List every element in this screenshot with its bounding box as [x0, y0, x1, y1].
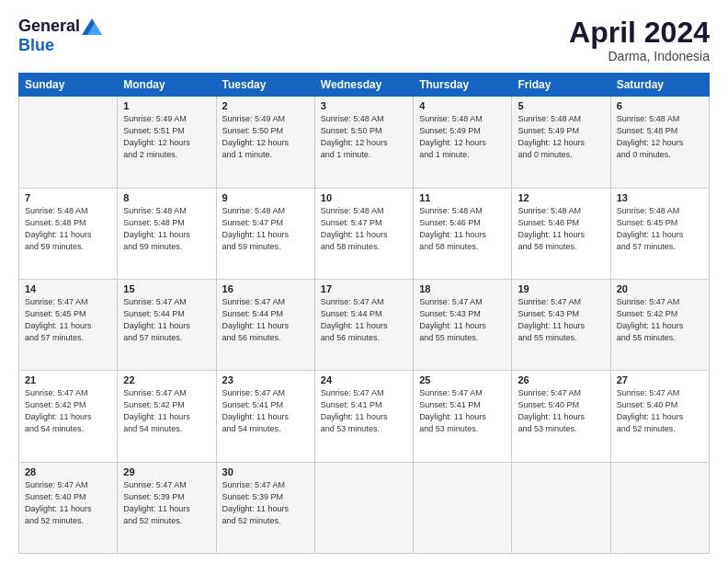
calendar-cell: 24Sunrise: 5:47 AM Sunset: 5:41 PM Dayli… — [314, 371, 413, 462]
day-info: Sunrise: 5:47 AM Sunset: 5:44 PM Dayligh… — [321, 296, 407, 344]
day-number: 8 — [123, 192, 210, 203]
calendar-cell — [512, 462, 610, 553]
calendar-cell: 26Sunrise: 5:47 AM Sunset: 5:40 PM Dayli… — [512, 371, 610, 462]
day-number: 15 — [123, 283, 210, 294]
day-info: Sunrise: 5:47 AM Sunset: 5:40 PM Dayligh… — [518, 387, 604, 435]
calendar-cell: 15Sunrise: 5:47 AM Sunset: 5:44 PM Dayli… — [118, 279, 216, 370]
day-number: 14 — [25, 283, 111, 294]
calendar-cell: 13Sunrise: 5:48 AM Sunset: 5:45 PM Dayli… — [610, 188, 709, 279]
day-number: 16 — [222, 283, 309, 294]
calendar-cell: 19Sunrise: 5:47 AM Sunset: 5:43 PM Dayli… — [512, 279, 610, 370]
week-row-2: 14Sunrise: 5:47 AM Sunset: 5:45 PM Dayli… — [19, 279, 710, 370]
day-info: Sunrise: 5:48 AM Sunset: 5:49 PM Dayligh… — [518, 113, 604, 161]
day-header-thursday: Thursday — [414, 74, 512, 97]
day-info: Sunrise: 5:48 AM Sunset: 5:48 PM Dayligh… — [617, 113, 703, 161]
day-info: Sunrise: 5:48 AM Sunset: 5:48 PM Dayligh… — [25, 205, 111, 253]
calendar-cell: 11Sunrise: 5:48 AM Sunset: 5:46 PM Dayli… — [414, 188, 512, 279]
calendar-cell: 20Sunrise: 5:47 AM Sunset: 5:42 PM Dayli… — [610, 279, 709, 370]
day-info: Sunrise: 5:48 AM Sunset: 5:46 PM Dayligh… — [419, 205, 506, 253]
day-number: 17 — [321, 283, 407, 294]
day-number: 5 — [518, 100, 604, 111]
day-number: 2 — [222, 100, 309, 111]
page: General Blue April 2024 Darma, Indonesia… — [0, 0, 728, 563]
calendar-cell: 6Sunrise: 5:48 AM Sunset: 5:48 PM Daylig… — [610, 97, 709, 188]
week-row-0: 1Sunrise: 5:49 AM Sunset: 5:51 PM Daylig… — [19, 97, 710, 188]
day-header-tuesday: Tuesday — [216, 74, 314, 97]
day-number: 20 — [617, 283, 703, 294]
day-number: 7 — [25, 192, 111, 203]
logo-blue: Blue — [18, 36, 54, 55]
logo-general: General — [18, 17, 80, 36]
week-row-1: 7Sunrise: 5:48 AM Sunset: 5:48 PM Daylig… — [19, 188, 710, 279]
day-number: 3 — [321, 100, 407, 111]
calendar-cell: 10Sunrise: 5:48 AM Sunset: 5:47 PM Dayli… — [314, 188, 413, 279]
calendar-cell — [414, 462, 512, 553]
title-area: April 2024 Darma, Indonesia — [569, 17, 710, 63]
calendar-cell: 25Sunrise: 5:47 AM Sunset: 5:41 PM Dayli… — [414, 371, 512, 462]
day-info: Sunrise: 5:48 AM Sunset: 5:46 PM Dayligh… — [518, 205, 604, 253]
location: Darma, Indonesia — [569, 49, 710, 63]
day-info: Sunrise: 5:48 AM Sunset: 5:49 PM Dayligh… — [419, 113, 506, 161]
calendar-cell — [314, 462, 413, 553]
day-info: Sunrise: 5:47 AM Sunset: 5:41 PM Dayligh… — [222, 387, 309, 435]
day-number: 4 — [419, 100, 506, 111]
day-number: 22 — [123, 374, 210, 385]
day-number: 29 — [123, 466, 210, 477]
day-info: Sunrise: 5:48 AM Sunset: 5:47 PM Dayligh… — [321, 205, 407, 253]
day-info: Sunrise: 5:48 AM Sunset: 5:47 PM Dayligh… — [222, 205, 309, 253]
day-header-wednesday: Wednesday — [314, 74, 413, 97]
calendar-cell: 23Sunrise: 5:47 AM Sunset: 5:41 PM Dayli… — [216, 371, 314, 462]
calendar-cell: 22Sunrise: 5:47 AM Sunset: 5:42 PM Dayli… — [118, 371, 216, 462]
day-number: 24 — [321, 374, 407, 385]
day-info: Sunrise: 5:48 AM Sunset: 5:45 PM Dayligh… — [617, 205, 703, 253]
day-number: 25 — [419, 374, 506, 385]
calendar-cell: 21Sunrise: 5:47 AM Sunset: 5:42 PM Dayli… — [19, 371, 118, 462]
day-number: 21 — [25, 374, 111, 385]
day-info: Sunrise: 5:47 AM Sunset: 5:42 PM Dayligh… — [617, 296, 703, 344]
day-number: 6 — [617, 100, 703, 111]
calendar-cell: 14Sunrise: 5:47 AM Sunset: 5:45 PM Dayli… — [19, 279, 118, 370]
calendar-cell: 5Sunrise: 5:48 AM Sunset: 5:49 PM Daylig… — [512, 97, 610, 188]
calendar-cell: 30Sunrise: 5:47 AM Sunset: 5:39 PM Dayli… — [216, 462, 314, 553]
day-info: Sunrise: 5:47 AM Sunset: 5:39 PM Dayligh… — [222, 479, 309, 527]
day-info: Sunrise: 5:47 AM Sunset: 5:40 PM Dayligh… — [617, 387, 703, 435]
day-number: 23 — [222, 374, 309, 385]
day-number: 28 — [25, 466, 111, 477]
day-header-saturday: Saturday — [610, 74, 709, 97]
day-number: 26 — [518, 374, 604, 385]
day-info: Sunrise: 5:47 AM Sunset: 5:39 PM Dayligh… — [123, 479, 210, 527]
calendar-cell: 2Sunrise: 5:49 AM Sunset: 5:50 PM Daylig… — [216, 97, 314, 188]
day-info: Sunrise: 5:47 AM Sunset: 5:41 PM Dayligh… — [419, 387, 506, 435]
day-info: Sunrise: 5:47 AM Sunset: 5:41 PM Dayligh… — [321, 387, 407, 435]
header-row: SundayMondayTuesdayWednesdayThursdayFrid… — [19, 74, 710, 97]
calendar-cell: 8Sunrise: 5:48 AM Sunset: 5:48 PM Daylig… — [118, 188, 216, 279]
day-number: 27 — [617, 374, 703, 385]
calendar-cell: 28Sunrise: 5:47 AM Sunset: 5:40 PM Dayli… — [19, 462, 118, 553]
day-info: Sunrise: 5:49 AM Sunset: 5:50 PM Dayligh… — [222, 113, 309, 161]
week-row-4: 28Sunrise: 5:47 AM Sunset: 5:40 PM Dayli… — [19, 462, 710, 553]
day-number: 18 — [419, 283, 506, 294]
day-number: 9 — [222, 192, 309, 203]
day-number: 12 — [518, 192, 604, 203]
calendar-cell: 4Sunrise: 5:48 AM Sunset: 5:49 PM Daylig… — [414, 97, 512, 188]
day-info: Sunrise: 5:47 AM Sunset: 5:45 PM Dayligh… — [25, 296, 111, 344]
day-header-monday: Monday — [118, 74, 216, 97]
calendar-cell: 16Sunrise: 5:47 AM Sunset: 5:44 PM Dayli… — [216, 279, 314, 370]
day-number: 1 — [123, 100, 210, 111]
day-info: Sunrise: 5:47 AM Sunset: 5:44 PM Dayligh… — [123, 296, 210, 344]
month-title: April 2024 — [569, 17, 710, 49]
logo: General Blue — [18, 17, 102, 55]
calendar-cell: 18Sunrise: 5:47 AM Sunset: 5:43 PM Dayli… — [414, 279, 512, 370]
calendar-cell — [610, 462, 709, 553]
day-info: Sunrise: 5:47 AM Sunset: 5:44 PM Dayligh… — [222, 296, 309, 344]
day-header-friday: Friday — [512, 74, 610, 97]
logo-icon — [82, 18, 102, 35]
calendar-cell — [19, 97, 118, 188]
day-number: 11 — [419, 192, 506, 203]
day-header-sunday: Sunday — [19, 74, 118, 97]
calendar: SundayMondayTuesdayWednesdayThursdayFrid… — [18, 73, 710, 554]
header: General Blue April 2024 Darma, Indonesia — [18, 17, 710, 63]
calendar-cell: 3Sunrise: 5:48 AM Sunset: 5:50 PM Daylig… — [314, 97, 413, 188]
day-info: Sunrise: 5:47 AM Sunset: 5:40 PM Dayligh… — [25, 479, 111, 527]
calendar-cell: 12Sunrise: 5:48 AM Sunset: 5:46 PM Dayli… — [512, 188, 610, 279]
